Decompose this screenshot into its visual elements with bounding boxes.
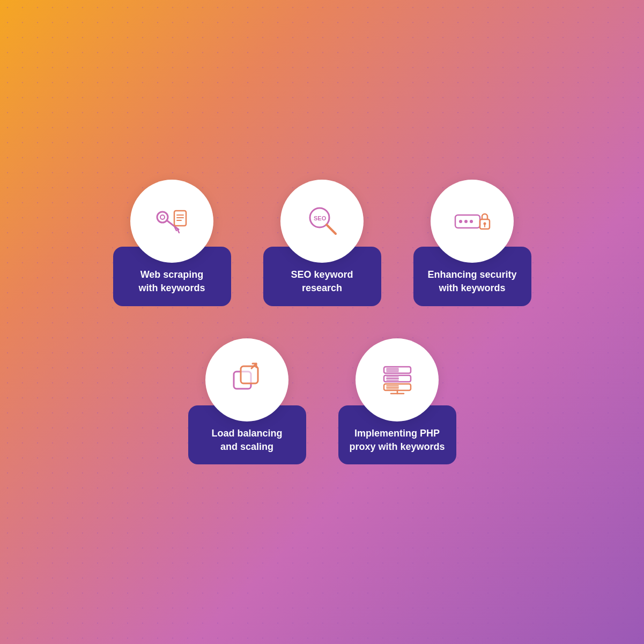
- seo-icon: SEO: [301, 200, 344, 243]
- card-enhancing-security[interactable]: Enhancing security with keywords: [413, 180, 531, 306]
- svg-point-1: [160, 215, 165, 219]
- icon-circle-seo: SEO: [280, 180, 364, 263]
- svg-point-14: [464, 220, 468, 223]
- scaling-icon: [226, 358, 269, 401]
- row-2: Load balancing and scaling: [188, 338, 456, 464]
- icon-circle-web-scraping: [130, 180, 213, 263]
- svg-rect-20: [241, 366, 258, 383]
- icon-circle-php-proxy: [356, 338, 439, 421]
- cards-grid: Web scraping with keywords SEO SEO keywo…: [113, 180, 531, 464]
- svg-point-15: [470, 220, 473, 223]
- card-load-balancing[interactable]: Load balancing and scaling: [188, 338, 306, 464]
- security-icon: [451, 200, 494, 243]
- icon-circle-security: [431, 180, 514, 263]
- keys-icon: [151, 200, 194, 243]
- svg-point-13: [459, 220, 462, 223]
- svg-line-2: [167, 220, 179, 230]
- card-php-proxy[interactable]: Implementing PHP proxy with keywords: [338, 338, 456, 464]
- row-1: Web scraping with keywords SEO SEO keywo…: [113, 180, 531, 306]
- card-web-scraping[interactable]: Web scraping with keywords: [113, 180, 231, 306]
- svg-line-10: [327, 225, 336, 234]
- server-icon: [376, 358, 419, 401]
- page-background: Web scraping with keywords SEO SEO keywo…: [0, 0, 644, 644]
- svg-text:SEO: SEO: [314, 215, 327, 221]
- card-seo-keyword[interactable]: SEO SEO keyword research: [263, 180, 381, 306]
- icon-circle-load-balancing: [205, 338, 288, 421]
